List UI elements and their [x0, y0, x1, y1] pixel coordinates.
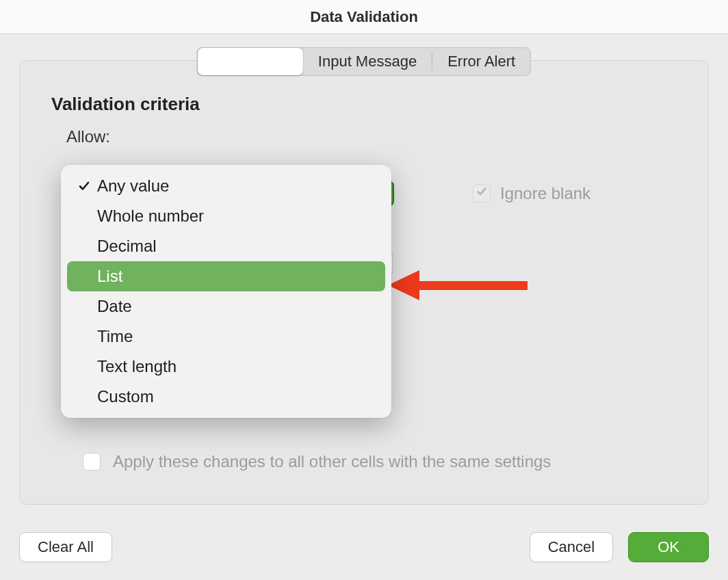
option-date[interactable]: Date: [67, 291, 385, 321]
ok-label: OK: [658, 538, 679, 556]
annotation-arrow-icon: [388, 266, 532, 304]
clear-all-label: Clear All: [38, 538, 94, 556]
panel-inner: Validation criteria Allow:: [20, 61, 708, 171]
tab-error-alert[interactable]: Error Alert: [432, 48, 530, 75]
allow-label: Allow:: [66, 127, 677, 146]
tabs: Input Message Error Alert: [197, 47, 531, 76]
option-label: Date: [97, 297, 132, 316]
section-title: Validation criteria: [51, 94, 677, 115]
tab-input-message[interactable]: Input Message: [303, 48, 432, 75]
option-time[interactable]: Time: [67, 321, 385, 352]
option-text-length[interactable]: Text length: [67, 352, 385, 382]
tab-error-alert-label: Error Alert: [447, 53, 515, 70]
tab-settings[interactable]: [198, 48, 303, 75]
window-body: Input Message Error Alert Validation cri…: [0, 34, 728, 580]
option-label: Text length: [97, 357, 177, 376]
ignore-blank-label: Ignore blank: [500, 184, 590, 203]
criteria-panel: Input Message Error Alert Validation cri…: [19, 60, 709, 505]
option-label: Custom: [97, 387, 154, 406]
ignore-blank-row: Ignore blank: [473, 182, 590, 203]
option-whole-number[interactable]: Whole number: [67, 201, 385, 231]
option-label: List: [97, 267, 122, 286]
option-label: Any value: [97, 176, 169, 196]
option-decimal[interactable]: Decimal: [67, 231, 385, 261]
option-label: Decimal: [97, 237, 157, 256]
footer: Clear All Cancel OK: [19, 532, 709, 562]
apply-all-row: Apply these changes to all other cells w…: [83, 452, 551, 471]
option-label: Whole number: [97, 207, 204, 226]
option-custom[interactable]: Custom: [67, 382, 385, 412]
check-icon: [476, 186, 487, 200]
ok-button[interactable]: OK: [628, 532, 709, 562]
clear-all-button[interactable]: Clear All: [19, 532, 112, 562]
option-label: Time: [97, 327, 133, 346]
cancel-label: Cancel: [548, 538, 595, 556]
cancel-button[interactable]: Cancel: [530, 532, 613, 562]
title-bar: Data Validation: [0, 0, 728, 34]
apply-all-label: Apply these changes to all other cells w…: [113, 452, 551, 471]
checkmark-icon: [75, 180, 93, 192]
option-any-value[interactable]: Any value: [67, 171, 385, 201]
option-list[interactable]: List: [67, 261, 385, 291]
svg-marker-0: [388, 270, 419, 300]
allow-dropdown-popup: Any value Whole number Decimal List Date…: [61, 165, 391, 418]
window-title: Data Validation: [310, 8, 418, 26]
ignore-blank-checkbox[interactable]: [473, 185, 491, 202]
tab-input-message-label: Input Message: [318, 53, 417, 70]
svg-rect-1: [418, 281, 528, 290]
apply-all-checkbox[interactable]: [83, 453, 101, 471]
